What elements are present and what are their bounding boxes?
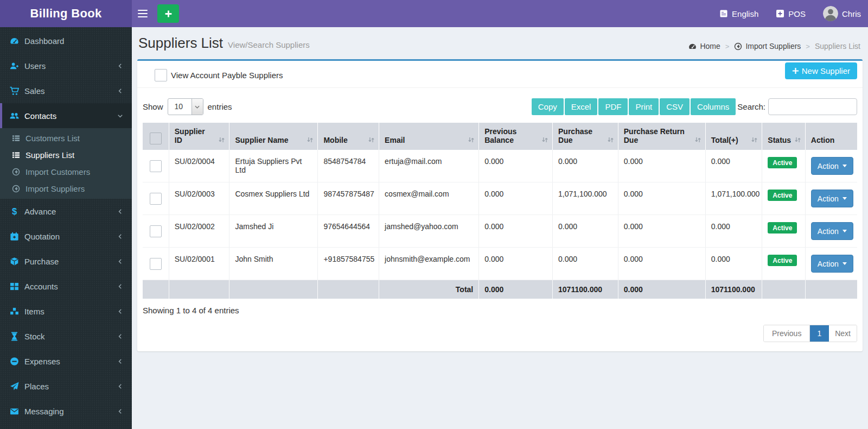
sidebar-item-places[interactable]: Places — [0, 374, 132, 399]
row-checkbox[interactable] — [150, 193, 162, 205]
cell-purchase-return-due: 0.000 — [618, 150, 705, 182]
cell-previous-balance: 0.000 — [479, 215, 553, 248]
cell-supplier-id: SU/02/0003 — [169, 182, 229, 215]
sort-icon — [307, 136, 314, 143]
col-status[interactable]: Status — [762, 123, 805, 150]
cell-supplier-name: Ertuja Suppliers Pvt Ltd — [229, 150, 318, 182]
row-checkbox[interactable] — [150, 258, 162, 270]
footer-purchase-due: 1071100.000 — [553, 280, 618, 299]
row-checkbox[interactable] — [150, 225, 162, 237]
row-action-button[interactable]: Action — [811, 157, 853, 175]
cell-mobile: +91857584755 — [318, 248, 379, 280]
pdf-button[interactable]: PDF — [598, 98, 628, 115]
payable-checkbox[interactable] — [155, 69, 167, 81]
sidebar-item-dashboard[interactable]: Dashboard — [0, 28, 132, 53]
cell-supplier-id: SU/02/0002 — [169, 215, 229, 248]
quick-add-button[interactable] — [157, 4, 179, 23]
sidebar-item-expenses[interactable]: Expenses — [0, 349, 132, 374]
chevron-left-icon — [117, 283, 124, 290]
sidebar-item-purchase[interactable]: Purchase — [0, 249, 132, 274]
export-buttons: CopyExcelPDFPrintCSVColumns — [532, 98, 736, 115]
page-length-select[interactable]: 10 — [168, 98, 203, 115]
table-row: SU/02/0002 Jamshed Ji 97654644564 jamshe… — [143, 215, 857, 248]
new-supplier-button[interactable]: New Supplier — [785, 62, 857, 79]
pos-button[interactable]: POS — [767, 0, 814, 27]
svg-text:$: $ — [12, 207, 17, 216]
select-all-checkbox[interactable] — [150, 133, 162, 144]
chevron-down-icon — [117, 112, 124, 119]
row-action-button[interactable]: Action — [811, 222, 853, 240]
sidebar-item-stock[interactable]: Stock — [0, 324, 132, 349]
row-action-button[interactable]: Action — [811, 255, 853, 273]
row-action-button[interactable]: Action — [811, 190, 853, 207]
sidebar-item-messaging[interactable]: Messaging — [0, 399, 132, 424]
suppliers-table: Supplier ID Supplier Name Mobile Email P… — [143, 123, 857, 299]
sidebar-item-accounts[interactable]: Accounts — [0, 274, 132, 299]
caret-down-icon — [843, 165, 847, 167]
csv-button[interactable]: CSV — [660, 98, 690, 115]
sidebar-item-items[interactable]: Items — [0, 299, 132, 324]
breadcrumb-separator: > — [806, 42, 810, 51]
caret-down-icon — [843, 230, 847, 232]
cell-previous-balance: 0.000 — [479, 150, 553, 182]
chevron-left-icon — [117, 308, 124, 315]
showing-entries-text: Showing 1 to 4 of 4 entries — [143, 306, 857, 315]
sidebar-subitem-suppliers-list[interactable]: Suppliers List — [0, 147, 132, 163]
chevron-left-icon — [117, 87, 124, 94]
pagination-page-1[interactable]: 1 — [810, 325, 829, 342]
table-footer-row: Total 0.000 1071100.000 0.000 1071100.00… — [143, 280, 857, 299]
cell-total: 0.000 — [705, 248, 762, 280]
print-button[interactable]: Print — [629, 98, 659, 115]
users-group-icon — [10, 111, 19, 121]
sidebar-item-contacts[interactable]: Contacts — [0, 103, 132, 128]
row-checkbox[interactable] — [150, 160, 162, 172]
copy-button[interactable]: Copy — [532, 98, 564, 115]
cell-purchase-due: 0.000 — [553, 150, 618, 182]
payable-filter[interactable]: View Account Payble Suppliers — [155, 69, 283, 81]
user-name: Chris — [842, 9, 861, 18]
grid-icon — [10, 282, 19, 291]
col-total[interactable]: Total(+) — [705, 123, 762, 150]
chevron-left-icon — [117, 258, 124, 265]
breadcrumb-home[interactable]: Home — [688, 42, 720, 51]
col-purchase-due[interactable]: Purchase Due — [553, 123, 618, 150]
user-menu[interactable]: Chris — [814, 0, 861, 27]
col-previous-balance[interactable]: Previous Balance — [479, 123, 553, 150]
cubes-icon — [10, 307, 19, 316]
sidebar-item-users[interactable]: Users — [0, 53, 132, 78]
search-input[interactable] — [768, 98, 857, 115]
table-header-row: Supplier ID Supplier Name Mobile Email P… — [143, 123, 857, 150]
cell-mobile: 987457875487 — [318, 182, 379, 215]
sidebar-toggle-button[interactable] — [132, 0, 154, 27]
sidebar-subitem-import-customers[interactable]: Import Customers — [0, 163, 132, 180]
language-menu[interactable]: English — [711, 0, 767, 27]
breadcrumb-import-suppliers[interactable]: Import Suppliers — [734, 42, 801, 51]
col-supplier-name[interactable]: Supplier Name — [229, 123, 318, 150]
content: Suppliers ListView/Search Suppliers Home… — [132, 27, 868, 429]
excel-button[interactable]: Excel — [565, 98, 598, 115]
col-supplier-id[interactable]: Supplier ID — [169, 123, 229, 150]
pagination-next[interactable]: Next — [829, 325, 857, 342]
col-mobile[interactable]: Mobile — [318, 123, 379, 150]
sidebar-subitem-import-suppliers[interactable]: Import Suppliers — [0, 180, 132, 197]
footer-total-label: Total — [379, 280, 479, 299]
cell-email: cosmex@mail.com — [379, 182, 479, 215]
list-icon — [12, 151, 20, 159]
cell-supplier-id: SU/02/0004 — [169, 150, 229, 182]
col-email[interactable]: Email — [379, 123, 479, 150]
sidebar-subitem-customers-list[interactable]: Customers List — [0, 130, 132, 147]
col-purchase-return-due[interactable]: Purchase Return Due — [618, 123, 705, 150]
sort-icon — [218, 136, 225, 143]
cell-mobile: 97654644564 — [318, 215, 379, 248]
show-label: Show — [143, 102, 163, 111]
pos-label: POS — [788, 9, 806, 18]
pagination-previous[interactable]: Previous — [764, 325, 810, 342]
sidebar-item-sales[interactable]: Sales — [0, 78, 132, 103]
sidebar-item-quotation[interactable]: Quotation — [0, 224, 132, 249]
suppliers-card: View Account Payble Suppliers New Suppli… — [137, 59, 863, 351]
sort-icon — [468, 136, 475, 143]
cart-icon — [10, 86, 19, 96]
sidebar-item-advance[interactable]: $ Advance — [0, 199, 132, 224]
columns-button[interactable]: Columns — [691, 98, 736, 115]
minus-circle-icon — [10, 357, 19, 366]
